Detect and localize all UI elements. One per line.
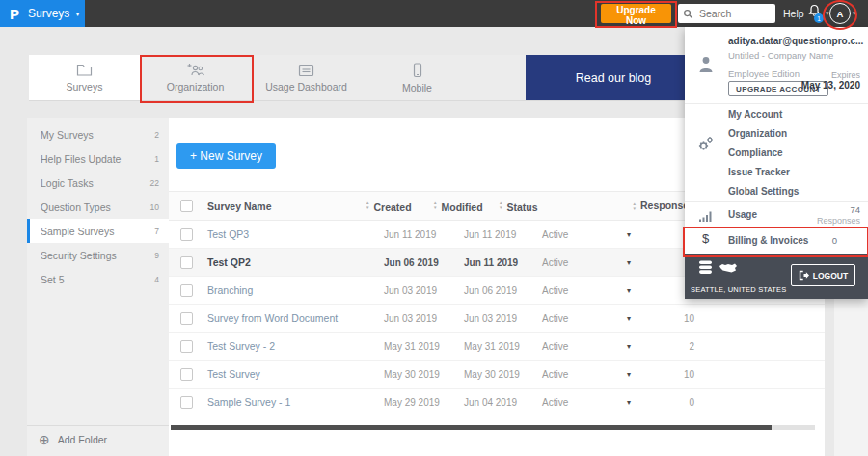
help-link[interactable]: Help [783, 8, 804, 19]
table-row: Sample Survey - 1 May 29 2019 Jun 04 201… [169, 389, 825, 416]
select-all-checkbox[interactable] [180, 200, 193, 212]
scrollbar-thumb[interactable] [171, 425, 772, 430]
folder-count: 1 [154, 154, 159, 164]
status-dropdown-caret[interactable]: ▾ [621, 314, 665, 323]
status-value: Active [529, 341, 621, 352]
people-plus-icon [187, 63, 204, 77]
horizontal-scrollbar[interactable] [171, 425, 815, 430]
col-status[interactable]: ▲▼Status [499, 198, 578, 215]
status-dropdown-caret[interactable]: ▾ [621, 342, 665, 351]
sort-icon: ▲▼ [499, 201, 502, 211]
folder-icon [76, 63, 93, 77]
row-checkbox[interactable] [180, 396, 193, 409]
notifications-button[interactable]: 1 [808, 4, 824, 23]
usage-value: 74Responses [817, 204, 860, 226]
survey-name-link[interactable]: Sample Survey - 1 [207, 396, 371, 408]
responses-count: 10 [665, 313, 694, 324]
sidebar-item-logic-tasks[interactable]: Logic Tasks 22 [27, 171, 169, 195]
mobile-icon [412, 63, 423, 78]
folder-count: 10 [150, 202, 159, 212]
row-checkbox[interactable] [180, 228, 193, 241]
status-dropdown-caret[interactable]: ▾ [621, 258, 665, 267]
folder-label: My Surveys [41, 129, 94, 141]
tab-usage-dashboard[interactable]: Usage Dashboard [251, 55, 362, 100]
status-value: Active [529, 285, 621, 296]
logout-button[interactable]: LOGOUT [791, 264, 855, 286]
chevron-down-icon: ▾ [826, 10, 829, 17]
survey-name-link[interactable]: Branching [207, 284, 371, 296]
status-value: Active [529, 257, 621, 268]
row-checkbox[interactable] [180, 312, 193, 325]
status-value: Active [529, 313, 621, 324]
sidebar-item-question-types[interactable]: Question Types 10 [27, 195, 169, 219]
top-navbar: P Surveys ▾ Upgrade Now Help 1 ▾ A ▾ [0, 0, 868, 27]
survey-name-link[interactable]: Test QP2 [207, 256, 371, 268]
tab-label: Usage Dashboard [265, 81, 347, 93]
new-survey-button[interactable]: + New Survey [176, 143, 276, 169]
status-dropdown-caret[interactable]: ▾ [621, 398, 665, 407]
sidebar-item-my-surveys[interactable]: My Surveys 2 [27, 122, 169, 147]
upgrade-now-button[interactable]: Upgrade Now [601, 4, 671, 23]
survey-name-link[interactable]: Survey from Word Document [207, 312, 371, 324]
add-folder-label: Add Folder [58, 434, 107, 445]
modified-date: Jun 06 2019 [451, 285, 529, 296]
billing-label: Billing & Invoices [728, 235, 808, 246]
col-responses[interactable]: ▲▼Responses [622, 200, 694, 211]
menu-item-global-settings[interactable]: Global Settings [685, 182, 868, 201]
folder-label: Help Files Update [41, 153, 121, 165]
dollar-icon: $ [702, 231, 709, 246]
tab-label: Organization [167, 81, 225, 93]
account-menu-list: My Account Organization Compliance Issue… [685, 105, 868, 201]
expires-date: May 13, 2020 [801, 80, 860, 91]
sidebar-item-help-files-update[interactable]: Help Files Update 1 [27, 147, 169, 171]
table-row: Test Survey May 30 2019 May 30 2019 Acti… [169, 361, 825, 389]
tab-label: Surveys [67, 81, 103, 93]
folder-label: Set 5 [41, 274, 65, 285]
created-date: May 29 2019 [371, 397, 451, 408]
row-checkbox[interactable] [180, 340, 193, 353]
questionpro-logo: P [10, 6, 19, 22]
expires-label: Expires [831, 70, 860, 80]
status-dropdown-caret[interactable]: ▾ [621, 286, 665, 295]
sidebar-item-security-settings[interactable]: Security Settings 9 [27, 243, 169, 267]
tab-organization[interactable]: Organization [140, 55, 251, 100]
app-window: P Surveys ▾ Upgrade Now Help 1 ▾ A ▾ Sur… [0, 0, 868, 456]
chevron-down-icon: ▾ [75, 10, 79, 18]
sidebar-item-set-5[interactable]: Set 5 4 [27, 267, 169, 291]
col-created[interactable]: ▲▼Created [366, 198, 433, 215]
account-edition: Employee Edition [728, 68, 800, 79]
logout-icon [799, 270, 809, 281]
search-box[interactable] [678, 4, 775, 23]
row-checkbox[interactable] [180, 368, 193, 381]
avatar[interactable]: A [829, 3, 851, 24]
folder-label: Security Settings [41, 250, 117, 261]
product-switcher[interactable]: P Surveys ▾ [0, 0, 85, 27]
divider [685, 201, 868, 202]
status-dropdown-caret[interactable]: ▾ [621, 370, 665, 379]
sidebar-item-sample-surveys[interactable]: Sample Surveys 7 [27, 219, 169, 243]
row-checkbox[interactable] [180, 256, 193, 269]
menu-item-usage[interactable]: Usage 74Responses [685, 203, 868, 228]
menu-item-billing-invoices[interactable]: $ Billing & Invoices 0 [685, 228, 868, 254]
survey-name-link[interactable]: Test Survey [207, 368, 371, 380]
tab-mobile[interactable]: Mobile [362, 55, 473, 100]
col-modified[interactable]: ▲▼Modified [433, 198, 499, 215]
survey-name-link[interactable]: Test Survey - 2 [207, 340, 371, 352]
modified-date: Jun 11 2019 [451, 229, 529, 240]
menu-item-my-account[interactable]: My Account [685, 105, 868, 124]
table-row: Test Survey - 2 May 31 2019 May 31 2019 … [169, 333, 825, 361]
responses-count: 0 [665, 397, 694, 408]
tab-label: Mobile [402, 82, 432, 94]
add-folder-button[interactable]: ⊕ Add Folder [27, 425, 169, 452]
row-checkbox[interactable] [180, 284, 193, 297]
survey-name-link[interactable]: Test QP3 [207, 228, 371, 240]
search-input[interactable] [697, 7, 771, 20]
menu-item-issue-tracker[interactable]: Issue Tracker [685, 163, 868, 182]
billing-value: 0 [832, 235, 837, 246]
dashboard-icon [298, 64, 314, 77]
read-our-blog-banner[interactable]: Read our blog [526, 55, 701, 100]
folder-label: Sample Surveys [41, 226, 114, 237]
account-footer: SEATTLE, UNITED STATES LOGOUT [685, 254, 868, 299]
status-dropdown-caret[interactable]: ▾ [621, 230, 665, 239]
tab-surveys[interactable]: Surveys [29, 55, 140, 100]
